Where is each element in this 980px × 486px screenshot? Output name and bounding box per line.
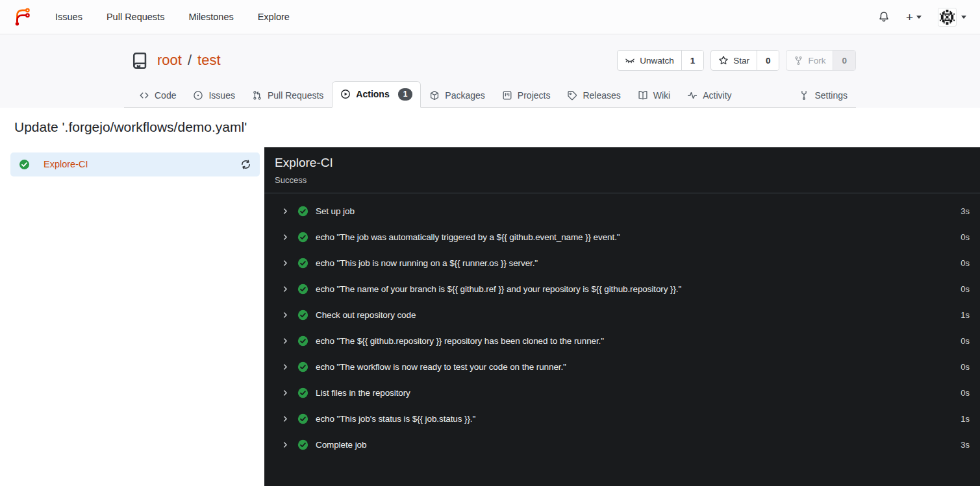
step-label: echo "The ${{ github.repository }} repos… (316, 336, 604, 346)
repo-tab-bar: Code Issues Pull Requests (124, 81, 856, 108)
user-menu[interactable] (938, 8, 966, 27)
refresh-icon[interactable] (240, 159, 251, 170)
chevron-right-icon[interactable] (282, 311, 289, 319)
step-label: Set up job (316, 206, 355, 216)
plus-icon: + (906, 11, 913, 23)
issue-circle-icon (193, 90, 203, 101)
step-success-icon (297, 310, 308, 321)
chevron-right-icon[interactable] (282, 389, 289, 396)
step-success-icon (297, 387, 308, 398)
run-title-row: Update '.forgejo/workflows/demo.yaml' (0, 108, 980, 147)
tab-releases[interactable]: Releases (559, 83, 629, 108)
top-navbar: Issues Pull Requests Milestones Explore … (0, 0, 980, 34)
workflow-step-row[interactable]: echo "This job's status is ${{ job.statu… (264, 406, 980, 432)
navbar-item-milestones[interactable]: Milestones (188, 12, 233, 22)
tab-pull-requests[interactable]: Pull Requests (244, 83, 332, 108)
fork-icon (794, 56, 803, 66)
tab-activity[interactable]: Activity (679, 83, 740, 108)
step-label: Complete job (316, 440, 366, 450)
tab-settings[interactable]: Settings (790, 83, 856, 108)
step-duration: 0s (961, 388, 970, 398)
open-book-icon (638, 90, 648, 101)
repo-header: root / test Unwatch 1 (0, 34, 980, 108)
forks-count[interactable]: 0 (833, 51, 855, 70)
step-label: List files in the repository (316, 388, 410, 398)
step-duration: 0s (961, 284, 970, 294)
fork-button[interactable]: Fork (786, 51, 833, 70)
workflow-step-row[interactable]: echo "The name of your branch is ${{ git… (264, 276, 980, 302)
navbar-links: Issues Pull Requests Milestones Explore (55, 12, 290, 22)
workflow-step-row[interactable]: Set up job 3s (264, 199, 980, 225)
star-label: Star (733, 56, 749, 66)
eye-slash-icon (625, 55, 635, 66)
notifications-bell-icon[interactable] (878, 11, 890, 23)
fork-button-group: Fork 0 (786, 50, 856, 71)
chevron-right-icon[interactable] (282, 415, 289, 422)
workflow-step-row[interactable]: Complete job 3s (264, 432, 980, 458)
stars-count[interactable]: 0 (757, 51, 779, 70)
step-label: Check out repository code (316, 310, 416, 320)
repo-title-row: root / test Unwatch 1 (124, 45, 856, 75)
unwatch-label: Unwatch (640, 56, 674, 66)
step-duration: 0s (961, 232, 970, 242)
chevron-right-icon[interactable] (282, 337, 289, 345)
repo-owner-link[interactable]: root (157, 52, 182, 69)
navbar-item-explore[interactable]: Explore (258, 12, 290, 22)
step-duration: 3s (961, 440, 970, 450)
step-success-icon (297, 335, 308, 346)
repo-separator: / (188, 52, 192, 69)
workflow-step-row[interactable]: echo "The job was automatically triggere… (264, 225, 980, 250)
star-icon (718, 55, 729, 66)
actions-count-badge: 1 (398, 88, 413, 101)
create-new-dropdown[interactable]: + (906, 11, 922, 23)
forgejo-logo-icon[interactable] (14, 7, 34, 27)
step-duration: 3s (961, 206, 970, 216)
job-success-icon (19, 159, 30, 170)
navbar-item-issues[interactable]: Issues (55, 12, 82, 22)
watchers-count[interactable]: 1 (681, 51, 704, 70)
tag-icon (567, 90, 577, 101)
navbar-right: + (878, 8, 966, 27)
steps-list: Set up job 3s echo "The job was automati… (264, 193, 980, 458)
user-avatar (938, 8, 957, 27)
chevron-down-icon (961, 16, 966, 19)
chevron-right-icon[interactable] (282, 208, 289, 215)
tab-actions[interactable]: Actions 1 (332, 81, 421, 108)
job-list-item-explore-ci[interactable]: Explore-CI (10, 152, 260, 176)
step-success-icon (297, 206, 308, 217)
step-label: echo "This job is now running on a ${{ r… (316, 258, 538, 268)
job-log-header: Explore-CI Success (264, 147, 980, 193)
chevron-right-icon[interactable] (282, 286, 289, 293)
pulse-icon (687, 90, 697, 101)
code-icon (139, 90, 149, 101)
repo-action-buttons: Unwatch 1 Star 0 (617, 50, 856, 71)
star-button[interactable]: Star (711, 51, 757, 70)
navbar-item-pull-requests[interactable]: Pull Requests (107, 12, 164, 22)
tab-projects[interactable]: Projects (494, 83, 559, 108)
tab-code[interactable]: Code (131, 83, 184, 108)
job-log-panel: Explore-CI Success Set up job 3s (264, 147, 980, 486)
workflow-step-row[interactable]: echo "The ${{ github.repository }} repos… (264, 328, 980, 354)
workflow-step-row[interactable]: Check out repository code 1s (264, 302, 980, 328)
chevron-right-icon[interactable] (282, 234, 289, 241)
play-circle-icon (340, 89, 351, 99)
unwatch-button[interactable]: Unwatch (618, 51, 681, 70)
workflow-step-row[interactable]: echo "This job is now running on a ${{ r… (264, 250, 980, 276)
tab-packages[interactable]: Packages (421, 83, 493, 108)
workflow-step-row[interactable]: List files in the repository 0s (264, 380, 980, 406)
chevron-right-icon[interactable] (282, 363, 289, 371)
pull-request-icon (252, 90, 262, 101)
star-button-group: Star 0 (710, 50, 779, 71)
workflow-step-row[interactable]: echo "The workflow is now ready to test … (264, 354, 980, 380)
jobs-sidebar: Explore-CI (0, 147, 264, 486)
chevron-right-icon[interactable] (282, 260, 289, 267)
project-board-icon (502, 90, 512, 101)
tab-issues[interactable]: Issues (184, 83, 243, 108)
repo-book-icon (131, 52, 149, 69)
chevron-right-icon[interactable] (282, 441, 289, 448)
workflow-run-title: Update '.forgejo/workflows/demo.yaml' (14, 119, 247, 135)
repo-name-link[interactable]: test (197, 52, 220, 69)
step-success-icon (297, 232, 308, 243)
step-success-icon (297, 284, 308, 295)
tab-wiki[interactable]: Wiki (629, 83, 679, 108)
